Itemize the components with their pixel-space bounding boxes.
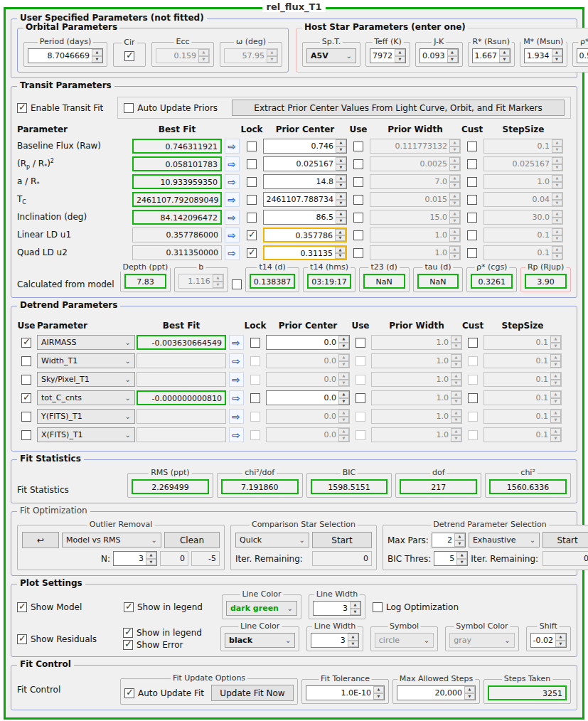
copy-to-prior-button[interactable]: ⇨ — [229, 409, 244, 424]
residuals-line-width-spinner[interactable]: 3▲▼ — [311, 633, 359, 648]
spinner-buttons[interactable]: ▲▼ — [92, 49, 102, 63]
use-prior-checkbox[interactable] — [353, 230, 363, 240]
use-detrend-checkbox[interactable] — [21, 375, 31, 385]
residuals-show-in-legend[interactable]: Show in legend — [123, 628, 213, 638]
show-in-legend-checkbox[interactable] — [123, 628, 133, 638]
detrend-selection-start-button[interactable]: Start — [542, 532, 588, 548]
spinner-buttons[interactable]: ▲▼ — [338, 336, 349, 349]
prior-center-spinner[interactable]: 2461107.788734▲▼ — [263, 192, 347, 207]
use-detrend-checkbox[interactable] — [21, 356, 31, 366]
custom-step-checkbox[interactable] — [467, 195, 477, 205]
show-model[interactable]: Show Model — [17, 602, 117, 612]
spinner-buttons[interactable]: ▲▼ — [146, 552, 156, 565]
copy-to-prior-button[interactable]: ⇨ — [225, 174, 240, 189]
circular-orbit-checkbox[interactable] — [124, 51, 134, 61]
lock-checkbox[interactable] — [247, 141, 257, 151]
use-prior-checkbox[interactable] — [353, 141, 363, 151]
residuals-line-color-select[interactable]: black⌄ — [225, 633, 295, 648]
custom-step-checkbox[interactable] — [468, 375, 478, 385]
comparison-mode-select[interactable]: Quick⌄ — [235, 533, 309, 548]
auto-update-priors[interactable]: Auto Update Priors — [124, 103, 218, 113]
show-residuals-checkbox[interactable] — [17, 634, 27, 644]
bic-threshold-spinner[interactable]: 5▲▼ — [434, 551, 468, 566]
lock-checkbox[interactable] — [247, 195, 257, 205]
detrend-selection-mode-select[interactable]: Exhaustive⌄ — [469, 533, 540, 548]
use-detrend-checkbox[interactable] — [21, 393, 31, 403]
teff-spinner[interactable]: 7972▲▼ — [370, 48, 406, 63]
custom-step-checkbox[interactable] — [467, 230, 477, 240]
use-detrend-checkbox[interactable] — [21, 430, 31, 440]
detrend-parameter-select[interactable]: Width_T1⌄ — [37, 353, 135, 368]
mstar-spinner[interactable]: 1.934▲▼ — [524, 48, 563, 63]
detrend-parameter-select[interactable]: Sky/Pixel_T1⌄ — [37, 372, 135, 387]
fit-tolerance-spinner[interactable]: 1.0E-10▲▼ — [306, 685, 385, 700]
custom-step-checkbox[interactable] — [468, 430, 478, 440]
lock-checkbox[interactable] — [247, 248, 257, 258]
prior-center-spinner[interactable]: 86.5▲▼ — [263, 210, 347, 225]
spinner-buttons[interactable]: ▲▼ — [335, 247, 346, 259]
use-detrend-checkbox[interactable] — [21, 412, 31, 422]
spinner-down-icon[interactable]: ▼ — [92, 56, 102, 63]
rho-spinner[interactable]: 0.585▲▼ — [577, 48, 588, 63]
lock-checkbox[interactable] — [247, 213, 257, 223]
copy-to-prior-button[interactable]: ⇨ — [229, 427, 244, 442]
show-residuals[interactable]: Show Residuals — [17, 634, 116, 644]
custom-step-checkbox[interactable] — [467, 177, 477, 187]
detrend-parameter-select[interactable]: Y(FITS)_T1⌄ — [37, 409, 135, 424]
undo-clean-button[interactable]: ↩ — [22, 532, 59, 548]
copy-to-prior-button[interactable]: ⇨ — [225, 228, 240, 242]
log-optimization-checkbox[interactable] — [373, 602, 383, 612]
log-optimization[interactable]: Log Optimization — [373, 602, 459, 612]
n-spinner[interactable]: 3▲▼ — [113, 551, 157, 566]
copy-to-prior-button[interactable]: ⇨ — [229, 372, 244, 387]
spinner-buttons[interactable]: ▲▼ — [335, 229, 346, 241]
custom-step-checkbox[interactable] — [467, 213, 477, 223]
use-prior-checkbox[interactable] — [353, 177, 363, 187]
outlier-method-select[interactable]: Model vs RMS⌄ — [62, 533, 161, 548]
use-prior-checkbox[interactable] — [353, 248, 363, 258]
custom-step-checkbox[interactable] — [467, 141, 477, 151]
model-line-color-select[interactable]: dark green⌄ — [226, 601, 297, 616]
clean-button[interactable]: Clean — [164, 532, 220, 548]
spinner-buttons[interactable]: ▲▼ — [464, 686, 475, 700]
show-model-checkbox[interactable] — [17, 602, 27, 612]
custom-step-checkbox[interactable] — [467, 248, 477, 258]
period-value[interactable]: 8.7046669 — [28, 49, 92, 63]
spinner-buttons[interactable]: ▲▼ — [454, 533, 465, 547]
use-prior-checkbox[interactable] — [353, 195, 363, 205]
prior-center-spinner[interactable]: 0.746▲▼ — [263, 139, 347, 154]
enable-transit-fit[interactable]: Enable Transit Fit — [17, 103, 103, 113]
spinner-buttons[interactable]: ▲▼ — [336, 139, 346, 153]
spinner-buttons[interactable]: ▲▼ — [499, 49, 510, 63]
copy-to-prior-button[interactable]: ⇨ — [225, 139, 240, 154]
extract-priors-button[interactable]: Extract Prior Center Values From Light C… — [232, 100, 565, 116]
model-line-width-spinner[interactable]: 3▲▼ — [313, 601, 361, 616]
use-prior-checkbox[interactable] — [356, 430, 365, 440]
copy-to-prior-button[interactable]: ⇨ — [225, 210, 240, 225]
prior-center-spinner[interactable]: 0.31135▲▼ — [263, 245, 347, 260]
comparison-start-button[interactable]: Start — [312, 532, 372, 548]
rstar-spinner[interactable]: 1.667▲▼ — [472, 48, 511, 63]
jk-spinner[interactable]: 0.093▲▼ — [419, 48, 459, 63]
use-prior-checkbox[interactable] — [353, 213, 363, 223]
prior-center-spinner[interactable]: 0.0▲▼ — [266, 335, 350, 350]
use-prior-checkbox[interactable] — [356, 412, 365, 422]
spinner-buttons[interactable]: ▲▼ — [338, 391, 349, 405]
prior-center-spinner[interactable]: 0.025167▲▼ — [263, 156, 347, 171]
max-pars-spinner[interactable]: 2▲▼ — [432, 533, 466, 548]
spinner-buttons[interactable]: ▲▼ — [336, 193, 346, 206]
spinner-buttons[interactable]: ▲▼ — [555, 634, 566, 647]
custom-step-checkbox[interactable] — [468, 412, 478, 422]
show-in-legend-checkbox[interactable] — [124, 602, 134, 612]
auto-update-priors-checkbox[interactable] — [124, 103, 134, 113]
lock-checkbox[interactable] — [247, 177, 257, 187]
use-prior-checkbox[interactable] — [356, 393, 365, 403]
use-prior-checkbox[interactable] — [356, 356, 365, 366]
lock-checkbox[interactable] — [247, 230, 257, 240]
lock-checkbox[interactable] — [250, 375, 260, 385]
show-error-checkbox[interactable] — [123, 640, 133, 650]
use-prior-checkbox[interactable] — [356, 375, 365, 385]
spinner-buttons[interactable]: ▲▼ — [336, 210, 346, 224]
spinner-buttons[interactable]: ▲▼ — [350, 602, 360, 615]
detrend-parameter-select[interactable]: X(FITS)_T1⌄ — [37, 427, 135, 442]
